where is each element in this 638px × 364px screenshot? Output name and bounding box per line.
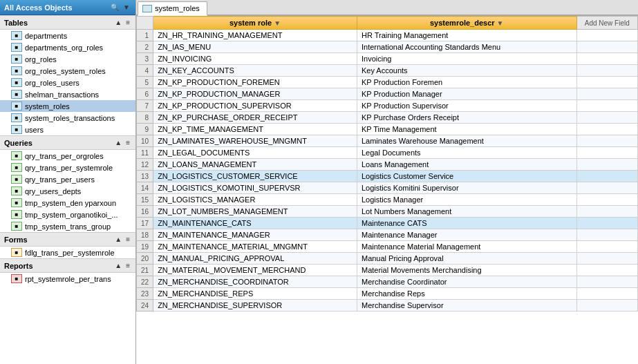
reports-section-label: Reports bbox=[4, 262, 33, 270]
table-row[interactable]: 16 ZN_LOT_NUMBERS_MANAGEMENT Lot Numbers… bbox=[137, 206, 638, 218]
row-num-cell: 24 bbox=[137, 300, 153, 312]
col-header-add-field[interactable]: Add New Field bbox=[576, 17, 638, 30]
sidebar-item-qry_trans_per_users[interactable]: ■qry_trans_per_users bbox=[0, 173, 135, 185]
col-header-system-role[interactable]: system role ▼ bbox=[153, 17, 357, 30]
table-row[interactable]: 20 ZN_MANUAL_PRICING_APPROVAL Manual Pri… bbox=[137, 253, 638, 265]
add-field-cell bbox=[576, 53, 638, 65]
table-row[interactable]: 6 ZN_KP_PRODUCTION_MANAGER KP Production… bbox=[137, 88, 638, 100]
reports-list: ■rpt_systemrole_per_trans bbox=[0, 273, 135, 285]
sidebar-search-button[interactable]: 🔍 bbox=[109, 3, 120, 12]
queries-options-button[interactable]: ≡ bbox=[124, 138, 131, 147]
col-header-descr[interactable]: systemrole_descr ▼ bbox=[357, 17, 576, 30]
tab-system-roles[interactable]: system_roles bbox=[138, 1, 207, 16]
form-icon: ■ bbox=[11, 248, 22, 257]
table-row[interactable]: 24 ZN_MERCHANDISE_SUPERVISOR Merchandise… bbox=[137, 300, 638, 312]
tables-section-label: Tables bbox=[4, 19, 28, 27]
sidebar-item-rpt_systemrole_per_trans[interactable]: ■rpt_systemrole_per_trans bbox=[0, 273, 135, 285]
system-role-cell: ZN_MATERIAL_MOVEMENT_MERCHAND bbox=[153, 265, 357, 276]
descr-cell: Material Movements Merchandising bbox=[357, 265, 576, 276]
add-field-cell bbox=[576, 77, 638, 88]
sidebar-header: All Access Objects 🔍 ▼ bbox=[0, 0, 135, 15]
report-icon: ■ bbox=[11, 274, 22, 283]
queries-collapse-button[interactable]: ▲ bbox=[113, 138, 123, 147]
table-row[interactable]: 13 ZN_LOGISTICS_CUSTOMER_SERVICE Logisti… bbox=[137, 171, 638, 182]
sidebar-menu-button[interactable]: ▼ bbox=[122, 3, 131, 12]
table-row[interactable]: 23 ZN_MERCHANDISE_REPS Merchandise Reps bbox=[137, 288, 638, 300]
table-row[interactable]: 7 ZN_KP_PRODUCTION_SUPERVISOR KP Product… bbox=[137, 100, 638, 112]
add-field-cell bbox=[576, 276, 638, 288]
table-row[interactable]: 14 ZN_LOGISTICS_KOMOTINI_SUPERVSR Logist… bbox=[137, 182, 638, 194]
add-field-cell bbox=[576, 218, 638, 229]
table-row[interactable]: 9 ZN_KP_TIME_MANAGEMENT KP Time Manageme… bbox=[137, 124, 638, 135]
table-row[interactable]: 21 ZN_MATERIAL_MOVEMENT_MERCHAND Materia… bbox=[137, 265, 638, 276]
sidebar-item-tmp_system_den_yparxoun[interactable]: ■tmp_system_den yparxoun bbox=[0, 197, 135, 209]
table-row[interactable]: 12 ZN_LOANS_MANAGEMENT Loans Management bbox=[137, 159, 638, 171]
sidebar-item-qry_users_depts[interactable]: ■qry_users_depts bbox=[0, 185, 135, 197]
sidebar-item-org_roles_users[interactable]: ■org_roles_users bbox=[0, 77, 135, 88]
system-role-cell: ZN_KP_PRODUCTION_MANAGER bbox=[153, 88, 357, 100]
table-row[interactable]: 8 ZN_KP_PURCHASE_ORDER_RECEIPT KP Purcha… bbox=[137, 112, 638, 124]
forms-collapse-button[interactable]: ▲ bbox=[113, 235, 123, 244]
table-row[interactable]: 4 ZN_KEY_ACCOUNTS Key Accounts bbox=[137, 65, 638, 77]
table-item-label: system_roles bbox=[25, 102, 70, 111]
system-role-cell: ZN_IAS_MENU bbox=[153, 41, 357, 53]
table-row[interactable]: 3 ZN_INVOICING Invoicing bbox=[137, 53, 638, 65]
sidebar-item-shelman_transactions[interactable]: ■shelman_transactions bbox=[0, 88, 135, 100]
forms-options-button[interactable]: ≡ bbox=[124, 235, 131, 244]
row-num-cell: 1 bbox=[137, 30, 153, 41]
table-row[interactable]: 5 ZN_KP_PRODUCTION_FOREMEN KP Production… bbox=[137, 77, 638, 88]
sidebar-item-system_roles_transactions[interactable]: ■system_roles_transactions bbox=[0, 112, 135, 124]
tables-options-button[interactable]: ≡ bbox=[124, 18, 131, 27]
reports-options-button[interactable]: ≡ bbox=[124, 261, 131, 270]
row-num-cell: 2 bbox=[137, 41, 153, 53]
query-icon: ■ bbox=[11, 186, 22, 195]
system-role-cell: ZN_MERCHANDISE_COORDINATOR bbox=[153, 276, 357, 288]
tab-table-icon bbox=[142, 5, 152, 12]
table-item-label: departments bbox=[25, 32, 67, 40]
sidebar-item-fdlg_trans_per_systemrole[interactable]: ■fdlg_trans_per_systemrole bbox=[0, 247, 135, 258]
table-row[interactable]: 1 ZN_HR_TRAINING_MANAGEMENT HR Training … bbox=[137, 30, 638, 41]
table-item-label: shelman_transactions bbox=[25, 90, 99, 99]
sidebar-item-users[interactable]: ■users bbox=[0, 124, 135, 135]
sidebar-item-org_roles_system_roles[interactable]: ■org_roles_system_roles bbox=[0, 65, 135, 77]
queries-section-header: Queries ▲ ≡ bbox=[0, 135, 135, 150]
system-role-cell: ZN_MAINTENANCE_CATS bbox=[153, 218, 357, 229]
system-role-cell: ZN_INVOICING bbox=[153, 53, 357, 65]
system-role-cell: ZN_MERCHANDISE_SUPERVISOR bbox=[153, 300, 357, 312]
table-row[interactable]: 17 ZN_MAINTENANCE_CATS Maintenance CATS bbox=[137, 218, 638, 229]
descr-cell: Merchandise Coordinator bbox=[357, 276, 576, 288]
table-row[interactable]: 22 ZN_MERCHANDISE_COORDINATOR Merchandis… bbox=[137, 276, 638, 288]
system-role-cell: ZN_LOT_NUMBERS_MANAGEMENT bbox=[153, 206, 357, 218]
table-icon: ■ bbox=[11, 43, 22, 52]
tables-collapse-button[interactable]: ▲ bbox=[113, 18, 123, 27]
descr-cell: Maintenance Material Management bbox=[357, 241, 576, 253]
descr-cell: Merchandise Reps bbox=[357, 288, 576, 300]
table-row[interactable]: 10 ZN_LAMINATES_WAREHOUSE_MNGMNT Laminat… bbox=[137, 135, 638, 147]
table-row[interactable]: 18 ZN_MAINTENANCE_MANAGER Maintenance Ma… bbox=[137, 229, 638, 241]
sidebar-item-departments_org_roles[interactable]: ■departments_org_roles bbox=[0, 41, 135, 53]
sidebar-item-tmp_system_organotikoi____[interactable]: ■tmp_system_organotikoi_... bbox=[0, 209, 135, 220]
reports-section-icons: ▲ ≡ bbox=[113, 261, 131, 270]
descr-cell: KP Production Supervisor bbox=[357, 100, 576, 112]
system-role-cell: ZN_KP_PRODUCTION_SUPERVISOR bbox=[153, 100, 357, 112]
tab-bar: system_roles bbox=[136, 0, 638, 16]
data-table-container: system role ▼ systemrole_descr ▼ Add New… bbox=[136, 16, 638, 364]
table-row[interactable]: 11 ZN_LEGAL_DOCUMENTS Legal Documents bbox=[137, 147, 638, 159]
sidebar-item-departments[interactable]: ■departments bbox=[0, 30, 135, 41]
system-role-cell: ZN_KP_PURCHASE_ORDER_RECEIPT bbox=[153, 112, 357, 124]
table-row[interactable]: 19 ZN_MAINTENANCE_MATERIAL_MNGMNT Mainte… bbox=[137, 241, 638, 253]
sidebar-item-qry_trans_per_orgroles[interactable]: ■qry_trans_per_orgroles bbox=[0, 150, 135, 162]
system-role-cell: ZN_MAINTENANCE_MATERIAL_MNGMNT bbox=[153, 241, 357, 253]
sidebar-item-org_roles[interactable]: ■org_roles bbox=[0, 53, 135, 65]
query-item-label: qry_users_depts bbox=[25, 187, 81, 195]
sidebar-item-system_roles[interactable]: ■system_roles bbox=[0, 100, 135, 112]
sidebar-item-qry_trans_per_systemrole[interactable]: ■qry_trans_per_systemrole bbox=[0, 162, 135, 173]
sidebar-item-tmp_system_trans_group[interactable]: ■tmp_system_trans_group bbox=[0, 220, 135, 232]
table-row[interactable]: 15 ZN_LOGISTICS_MANAGER Logistics Manage… bbox=[137, 194, 638, 206]
row-num-cell: 22 bbox=[137, 276, 153, 288]
descr-cell: KP Production Manager bbox=[357, 88, 576, 100]
row-num-cell: 5 bbox=[137, 77, 153, 88]
table-row[interactable]: 2 ZN_IAS_MENU International Accounting S… bbox=[137, 41, 638, 53]
sort-arrow-icon: ▼ bbox=[274, 19, 281, 27]
reports-collapse-button[interactable]: ▲ bbox=[113, 261, 123, 270]
